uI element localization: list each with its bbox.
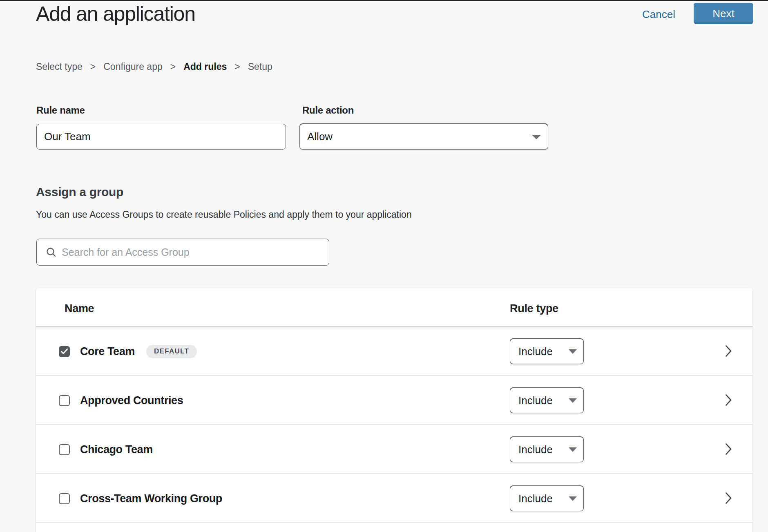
default-badge: DEFAULT (146, 345, 197, 358)
group-name: Core Team (80, 345, 135, 358)
rule-action-label: Rule action (302, 105, 354, 116)
checkbox-approved-countries[interactable] (59, 395, 70, 406)
caret-down-icon (569, 398, 577, 403)
chevron-right-icon[interactable] (725, 492, 732, 504)
group-name: Cross-Team Working Group (80, 492, 222, 505)
breadcrumb-setup[interactable]: Setup (248, 61, 272, 72)
check-icon (61, 349, 68, 354)
table-header: Name Rule type (36, 288, 752, 327)
breadcrumb-add-rules[interactable]: Add rules (183, 61, 227, 72)
checkbox-core-team[interactable] (59, 346, 70, 357)
rule-action-select[interactable]: Allow (299, 123, 548, 150)
rule-type-value: Include (518, 443, 553, 456)
column-header-rule-type: Rule type (510, 302, 558, 315)
table-row: Approved Countries Include (36, 376, 752, 425)
breadcrumb-separator: > (170, 61, 176, 72)
breadcrumb-separator: > (234, 61, 240, 72)
rule-type-value: Include (518, 345, 553, 358)
group-name: Approved Countries (80, 394, 183, 407)
checkbox-cross-team-working-group[interactable] (59, 493, 70, 504)
breadcrumb-select-type[interactable]: Select type (36, 61, 83, 72)
breadcrumb: Select type > Configure app > Add rules … (36, 61, 272, 72)
breadcrumb-configure-app[interactable]: Configure app (103, 61, 163, 72)
rule-type-select[interactable]: Include (510, 485, 584, 511)
caret-down-icon (569, 496, 577, 501)
caret-down-icon (569, 447, 577, 452)
rule-type-select[interactable]: Include (510, 338, 584, 364)
access-groups-table: Name Rule type Core Team DEFAULT Include… (36, 288, 752, 532)
rule-name-label: Rule name (36, 105, 85, 116)
table-row: Chicago Team Include (36, 425, 752, 474)
assign-group-description: You can use Access Groups to create reus… (36, 209, 412, 220)
top-border-strip (0, 0, 768, 1)
table-row: Core Team DEFAULT Include (36, 327, 752, 376)
chevron-right-icon[interactable] (725, 345, 732, 357)
table-row: Cross-Team Working Group Include (36, 474, 752, 523)
rule-action-value: Allow (307, 130, 333, 143)
access-group-search[interactable] (36, 239, 329, 266)
column-header-name: Name (65, 302, 94, 315)
cancel-button[interactable]: Cancel (642, 7, 675, 22)
caret-down-icon (532, 135, 541, 139)
checkbox-chicago-team[interactable] (59, 444, 70, 455)
page-title: Add an application (36, 2, 195, 26)
group-name: Chicago Team (80, 443, 153, 456)
caret-down-icon (569, 349, 577, 354)
rule-name-input[interactable] (36, 124, 286, 150)
assign-group-heading: Assign a group (36, 185, 123, 199)
search-icon (46, 247, 56, 257)
chevron-right-icon[interactable] (725, 394, 732, 406)
next-button[interactable]: Next (694, 3, 753, 24)
rule-type-select[interactable]: Include (510, 387, 584, 413)
chevron-right-icon[interactable] (725, 443, 732, 455)
breadcrumb-separator: > (90, 61, 96, 72)
table-row-partial (36, 523, 752, 532)
rule-type-value: Include (518, 492, 553, 505)
rule-type-select[interactable]: Include (510, 436, 584, 462)
rule-type-value: Include (518, 394, 553, 407)
search-input[interactable] (62, 240, 329, 264)
